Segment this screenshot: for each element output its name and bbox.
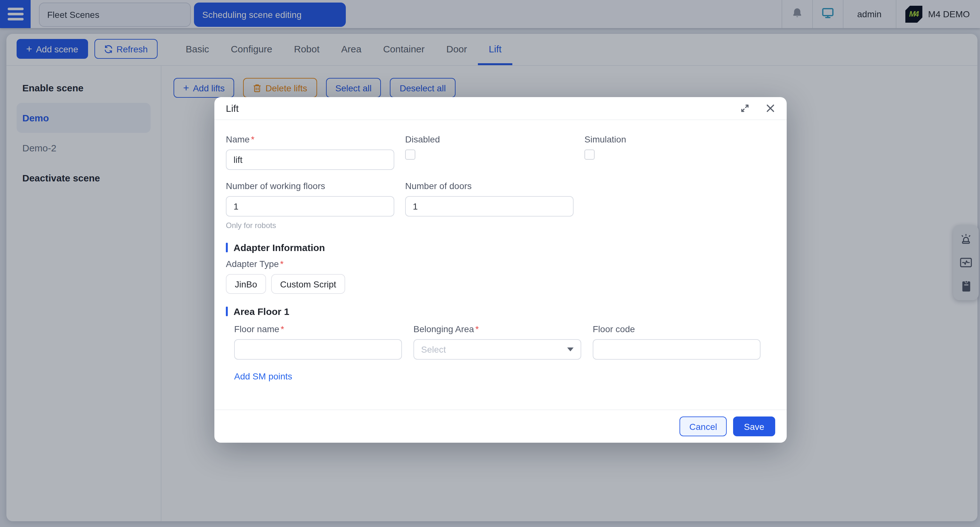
section-bar: [226, 307, 228, 316]
floor-code-input[interactable]: [593, 339, 760, 359]
section-bar: [226, 243, 228, 252]
add-sm-points-link[interactable]: Add SM points: [234, 371, 292, 382]
name-input[interactable]: [226, 150, 394, 170]
area-floor-section: Area Floor 1: [226, 306, 775, 317]
required-asterisk: *: [281, 324, 284, 334]
cancel-button[interactable]: Cancel: [680, 417, 727, 436]
name-label: Name*: [226, 134, 394, 144]
select-placeholder: Select: [421, 344, 446, 355]
expand-icon[interactable]: [740, 104, 750, 113]
belonging-area-select[interactable]: Select: [414, 339, 581, 359]
simulation-label: Simulation: [584, 134, 753, 144]
disabled-label: Disabled: [405, 134, 574, 144]
area-floor-title: Area Floor 1: [234, 306, 290, 317]
floor-code-label: Floor code: [593, 324, 760, 334]
adapter-type-options: JinBo Custom Script: [226, 274, 775, 294]
required-asterisk: *: [251, 134, 255, 144]
lift-modal: Lift Name*: [215, 97, 787, 443]
adapter-information-title: Adapter Information: [234, 242, 325, 253]
modal-footer: Cancel Save: [215, 409, 787, 443]
close-icon[interactable]: [765, 104, 775, 113]
modal-body: Name* Disabled Simulation Number of work…: [215, 120, 787, 409]
adapter-type-custom-script-button[interactable]: Custom Script: [271, 274, 345, 294]
adapter-type-label: Adapter Type*: [226, 259, 775, 269]
simulation-checkbox[interactable]: [584, 150, 595, 160]
app-root: Fleet Scenes Scheduling scene editing: [0, 0, 980, 527]
adapter-type-jinbo-button[interactable]: JinBo: [226, 274, 266, 294]
modal-header: Lift: [215, 97, 787, 120]
floor-name-input[interactable]: [234, 339, 402, 359]
working-floors-label: Number of working floors: [226, 181, 394, 191]
doors-input[interactable]: [405, 196, 574, 217]
required-asterisk: *: [280, 259, 283, 269]
belonging-area-label: Belonging Area*: [414, 324, 581, 334]
working-floors-input[interactable]: [226, 196, 394, 217]
chevron-down-icon: [567, 348, 574, 351]
save-button[interactable]: Save: [733, 417, 775, 436]
floor-name-label: Floor name*: [234, 324, 402, 334]
disabled-checkbox[interactable]: [405, 150, 415, 160]
adapter-information-section: Adapter Information: [226, 242, 775, 253]
modal-title: Lift: [226, 103, 239, 114]
working-floors-hint: Only for robots: [226, 221, 394, 230]
doors-label: Number of doors: [405, 181, 574, 191]
required-asterisk: *: [475, 324, 479, 334]
